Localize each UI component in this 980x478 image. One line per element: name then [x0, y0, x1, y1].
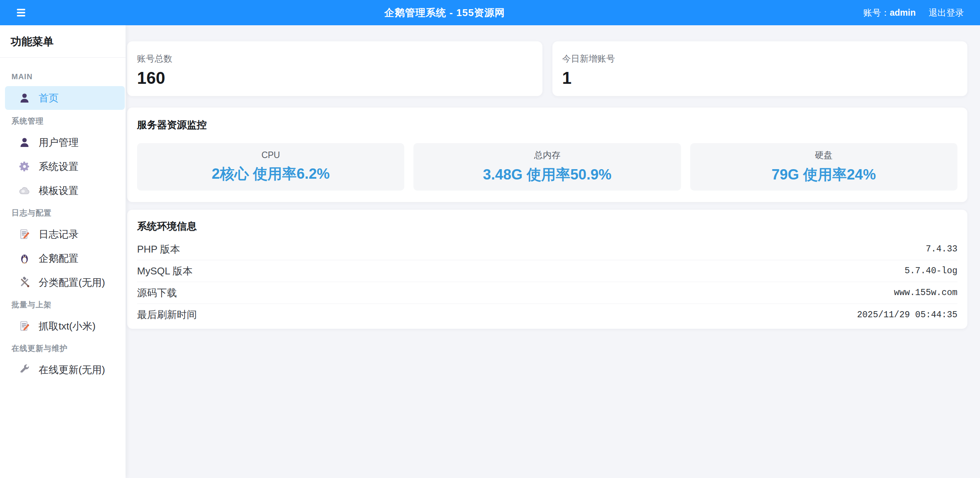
sidebar-item-penguin-config[interactable]: 企鹅配置 [5, 247, 125, 269]
top-header: 企鹅管理系统 - 155资源网 账号：admin 退出登录 [0, 0, 980, 25]
system-env-card: 系统环境信息 PHP 版本 7.4.33 MySQL 版本 5.7.40-log… [127, 210, 967, 329]
env-row-source-download: 源码下载 www.155w.com [137, 282, 957, 304]
disk-tile: 硬盘 79G 使用率24% [690, 143, 957, 191]
env-label: 最后刷新时间 [137, 308, 197, 321]
user-icon [18, 92, 31, 104]
sidebar-item-label: 模板设置 [39, 184, 78, 197]
sidebar-item-label: 首页 [39, 91, 59, 105]
wrench-icon [18, 364, 31, 376]
sidebar-item-template-settings[interactable]: 模板设置 [5, 179, 125, 202]
sidebar-section-system: 系统管理 用户管理 系统设置 模板设置 [0, 116, 126, 202]
sidebar-item-online-update[interactable]: 在线更新(无用) [5, 359, 125, 381]
server-monitor-card: 服务器资源监控 CPU 2核心 使用率6.2% 总内存 3.48G 使用率50.… [127, 108, 967, 202]
sidebar-section-main: MAIN 首页 [0, 72, 126, 110]
tools-icon [18, 276, 31, 289]
env-row-last-refresh: 最后刷新时间 2025/11/29 05:44:35 [137, 304, 957, 326]
template-icon [18, 184, 31, 197]
sidebar: 功能菜单 MAIN 首页 系统管理 用户管理 系统设置 模板设置 [0, 25, 126, 478]
sidebar-item-user-management[interactable]: 用户管理 [5, 131, 125, 153]
gear-icon [18, 160, 31, 173]
logout-button[interactable]: 退出登录 [929, 7, 964, 19]
sidebar-item-label: 系统设置 [39, 160, 78, 173]
stat-card-new-accounts-today: 今日新增账号 1 [552, 41, 968, 96]
env-value: www.155w.com [894, 288, 957, 298]
sidebar-item-category-config[interactable]: 分类配置(无用) [5, 271, 125, 294]
stat-label: 今日新增账号 [562, 53, 968, 65]
card-title: 系统环境信息 [137, 220, 957, 233]
env-label: MySQL 版本 [137, 264, 193, 278]
sidebar-section-update: 在线更新与维护 在线更新(无用) [0, 343, 126, 381]
section-label: MAIN [0, 72, 126, 84]
section-label: 批量与上架 [0, 300, 126, 313]
penguin-icon [18, 252, 31, 264]
sidebar-item-label: 在线更新(无用) [39, 363, 105, 377]
sidebar-item-label: 日志记录 [39, 228, 78, 241]
stat-card-total-accounts: 账号总数 160 [127, 41, 542, 96]
memory-tile: 总内存 3.48G 使用率50.9% [413, 143, 681, 191]
stat-value: 1 [562, 69, 968, 88]
env-value: 5.7.40-log [905, 266, 957, 276]
menu-toggle-icon[interactable] [17, 7, 26, 18]
env-row-php-version: PHP 版本 7.4.33 [137, 238, 957, 260]
env-row-mysql-version: MySQL 版本 5.7.40-log [137, 260, 957, 282]
page-title: 企鹅管理系统 - 155资源网 [26, 6, 863, 20]
sidebar-section-batch: 批量与上架 抓取txt(小米) [0, 300, 126, 337]
sidebar-item-label: 分类配置(无用) [39, 276, 105, 289]
account-info: 账号：admin [863, 7, 916, 19]
card-title: 服务器资源监控 [137, 118, 957, 132]
tile-label: 硬盘 [815, 149, 833, 161]
sidebar-title: 功能菜单 [0, 25, 126, 57]
stat-value: 160 [137, 69, 542, 88]
sidebar-item-label: 用户管理 [39, 136, 78, 149]
tile-value: 79G 使用率24% [772, 165, 876, 184]
section-label: 系统管理 [0, 116, 126, 129]
tile-value: 3.48G 使用率50.9% [483, 165, 612, 184]
memo-icon [18, 228, 31, 240]
sidebar-item-system-settings[interactable]: 系统设置 [5, 155, 125, 178]
user-icon [18, 136, 31, 148]
sidebar-item-grab-txt[interactable]: 抓取txt(小米) [5, 315, 125, 337]
env-label: 源码下载 [137, 286, 177, 300]
sidebar-item-label: 企鹅配置 [39, 252, 78, 265]
cpu-tile: CPU 2核心 使用率6.2% [137, 143, 404, 191]
main-content: 账号总数 160 今日新增账号 1 服务器资源监控 CPU 2核心 使用率6.2… [126, 25, 980, 478]
sidebar-item-log-records[interactable]: 日志记录 [5, 223, 125, 245]
env-label: PHP 版本 [137, 243, 180, 256]
stat-label: 账号总数 [137, 53, 542, 65]
account-name: admin [890, 8, 916, 18]
sidebar-nav: MAIN 首页 系统管理 用户管理 系统设置 模板设置 日志与配置 [0, 58, 126, 381]
env-value: 2025/11/29 05:44:35 [857, 310, 957, 320]
section-label: 日志与配置 [0, 208, 126, 221]
section-label: 在线更新与维护 [0, 343, 126, 357]
sidebar-item-home[interactable]: 首页 [5, 86, 125, 110]
env-value: 7.4.33 [926, 244, 957, 254]
tile-label: CPU [261, 150, 280, 160]
memo-icon [18, 320, 31, 332]
sidebar-item-label: 抓取txt(小米) [39, 320, 96, 333]
tile-label: 总内存 [534, 149, 560, 161]
sidebar-section-logs: 日志与配置 日志记录 企鹅配置 分类配置(无用) [0, 208, 126, 294]
tile-value: 2核心 使用率6.2% [212, 164, 330, 184]
